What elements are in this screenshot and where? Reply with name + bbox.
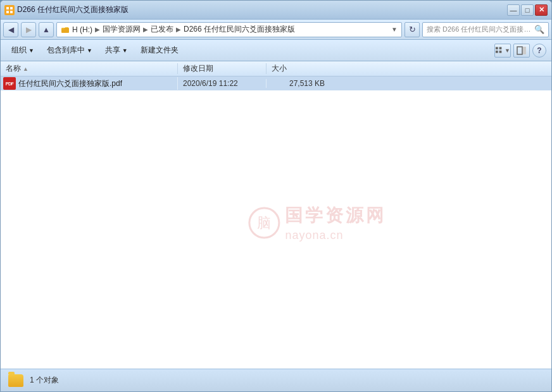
- column-date-header[interactable]: 修改日期: [178, 63, 267, 74]
- preview-pane-button[interactable]: [513, 44, 530, 58]
- organize-dropdown-icon: ▼: [28, 47, 34, 54]
- close-button[interactable]: ✕: [535, 4, 548, 16]
- status-count-text: 1 个对象: [30, 375, 59, 386]
- svg-rect-3: [10, 11, 13, 13]
- include-dropdown-icon: ▼: [87, 47, 92, 54]
- title-bar-left: D266 任付红民间六爻面接独家版: [4, 4, 129, 15]
- up-button[interactable]: ▲: [39, 22, 54, 37]
- refresh-button[interactable]: ↻: [405, 22, 420, 37]
- search-bar[interactable]: 搜索 D266 任付红民间六爻面接独家版 🔍: [422, 22, 549, 37]
- address-guoxue-label: 国学资源网: [103, 24, 141, 35]
- help-button[interactable]: ?: [532, 44, 546, 58]
- status-folder-icon: [8, 374, 23, 387]
- column-name-header[interactable]: 名称 ▲: [1, 63, 178, 74]
- maximize-button[interactable]: □: [521, 4, 534, 16]
- view-grid-icon: [495, 46, 505, 55]
- watermark-cn-text: 国学资源网: [285, 204, 386, 228]
- svg-rect-5: [496, 47, 498, 49]
- toolbar-right: ▼ ?: [494, 44, 546, 58]
- preview-icon: [517, 46, 527, 55]
- file-name-cell: PDF 任付红民间六爻面接独家版.pdf: [1, 77, 178, 90]
- column-header-row: 名称 ▲ 修改日期 大小: [1, 61, 551, 77]
- back-button[interactable]: ◀: [3, 22, 18, 37]
- new-folder-button[interactable]: 新建文件夹: [135, 42, 184, 59]
- svg-rect-0: [6, 7, 9, 9]
- watermark-logo: 脑: [248, 207, 280, 238]
- watermark-text-block: 国学资源网 nayona.cn: [285, 204, 386, 242]
- file-date-cell: 2020/6/19 11:22: [178, 79, 267, 88]
- view-dropdown-icon: ▼: [505, 47, 510, 54]
- address-published-label: 已发布: [151, 24, 173, 35]
- search-placeholder-text: 搜索 D266 任付红民间六爻面接独家版: [427, 25, 533, 34]
- svg-rect-1: [10, 7, 13, 9]
- svg-rect-9: [517, 47, 522, 54]
- organize-button[interactable]: 组织 ▼: [6, 42, 40, 59]
- address-h-label: H (H:): [72, 25, 92, 34]
- include-library-button[interactable]: 包含到库中 ▼: [41, 42, 98, 59]
- folder-icon: [61, 25, 70, 34]
- file-name-text: 任付红民间六爻面接独家版.pdf: [18, 78, 122, 89]
- forward-button[interactable]: ▶: [21, 22, 36, 37]
- pdf-icon: PDF: [3, 77, 16, 90]
- table-row[interactable]: PDF 任付红民间六爻面接独家版.pdf 2020/6/19 11:22 27,…: [1, 77, 551, 90]
- window-icon: [4, 5, 15, 15]
- svg-rect-10: [523, 47, 526, 54]
- watermark-en-text: nayona.cn: [285, 229, 386, 242]
- address-bar[interactable]: H (H:) ▶ 国学资源网 ▶ 已发布 ▶ D266 任付红民间六爻面接独家版…: [56, 22, 402, 37]
- address-dropdown-arrow[interactable]: ▼: [391, 26, 398, 33]
- address-folder-label: D266 任付红民间六爻面接独家版: [184, 24, 295, 35]
- minimize-button[interactable]: —: [507, 4, 520, 16]
- status-bar: 1 个对象: [1, 369, 551, 391]
- svg-rect-2: [6, 11, 9, 13]
- svg-rect-8: [499, 51, 502, 53]
- title-controls: — □ ✕: [507, 4, 548, 16]
- explorer-window: D266 任付红民间六爻面接独家版 — □ ✕ ◀ ▶ ▲ H (H:) ▶ 国…: [0, 0, 552, 392]
- svg-rect-7: [496, 51, 498, 53]
- svg-rect-6: [499, 47, 502, 49]
- share-button[interactable]: 共享 ▼: [99, 42, 134, 59]
- share-dropdown-icon: ▼: [122, 47, 128, 54]
- nav-bar: ◀ ▶ ▲ H (H:) ▶ 国学资源网 ▶ 已发布 ▶ D266 任付红民间六…: [1, 20, 551, 40]
- file-size-cell: 27,513 KB: [267, 79, 330, 88]
- toolbar: 组织 ▼ 包含到库中 ▼ 共享 ▼ 新建文件夹 ▼: [1, 40, 551, 61]
- sort-arrow-icon: ▲: [23, 66, 28, 72]
- file-list: PDF 任付红民间六爻面接独家版.pdf 2020/6/19 11:22 27,…: [1, 77, 551, 369]
- watermark: 脑 国学资源网 nayona.cn: [248, 204, 386, 242]
- title-text: D266 任付红民间六爻面接独家版: [17, 4, 129, 15]
- title-bar: D266 任付红民间六爻面接独家版 — □ ✕: [1, 1, 551, 20]
- search-icon: 🔍: [534, 25, 544, 34]
- column-size-header[interactable]: 大小: [267, 63, 330, 74]
- view-options-button[interactable]: ▼: [494, 44, 511, 58]
